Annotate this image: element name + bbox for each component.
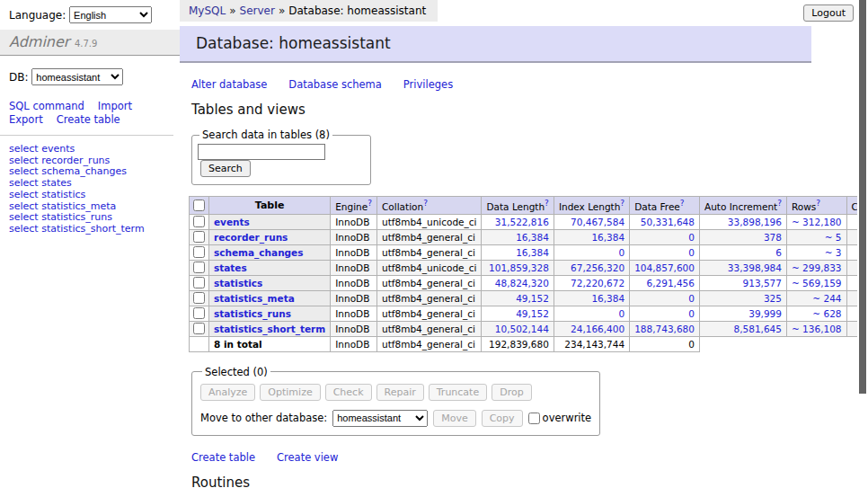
data_free-value[interactable]: 0 [688, 308, 695, 319]
select-link-schema_changes[interactable]: select [9, 165, 39, 177]
row-checkbox-events[interactable] [193, 216, 205, 227]
sidebar-link-import[interactable]: Import [98, 100, 132, 112]
index_length-value[interactable]: 16,384 [591, 293, 624, 304]
index_length-value[interactable]: 0 [618, 308, 624, 319]
table-link-recorder_runs[interactable]: recorder_runs [41, 155, 110, 166]
data_length-value[interactable]: 16,384 [516, 247, 549, 258]
select-link-statistics_runs[interactable]: select [9, 211, 39, 223]
select-link-statistics_short_term[interactable]: select [9, 223, 39, 235]
table-link-statistics[interactable]: statistics [41, 189, 85, 200]
rows-value[interactable]: ~ 628 [812, 308, 841, 319]
data_free-value[interactable]: 0 [688, 293, 695, 304]
help-link-auto_increment[interactable]: ? [777, 199, 782, 208]
auto_increment-value[interactable]: 39,999 [748, 308, 782, 319]
auto_increment-value[interactable]: 33,398,984 [728, 262, 782, 273]
language-select[interactable]: English [69, 6, 152, 23]
overwrite-checkbox[interactable] [528, 413, 540, 424]
auto_increment-value[interactable]: 8,581,645 [734, 324, 782, 334]
index_length-value[interactable]: 24,166,400 [571, 324, 624, 334]
action-database-schema[interactable]: Database schema [288, 78, 381, 91]
table-name-link-statistics_runs[interactable]: statistics_runs [214, 308, 291, 319]
help-link-data_length[interactable]: ? [545, 199, 549, 208]
data_length-value[interactable]: 49,152 [516, 308, 549, 319]
data_length-value[interactable]: 16,384 [516, 232, 549, 243]
breadcrumb-driver-link[interactable]: MySQL [189, 4, 226, 17]
copy-button[interactable]: Copy [482, 410, 523, 427]
breadcrumb-server-link[interactable]: Server [240, 4, 275, 17]
select-link-states[interactable]: select [9, 177, 39, 189]
row-checkbox-schema_changes[interactable] [193, 246, 205, 258]
help-link-data_free[interactable]: ? [680, 199, 685, 208]
select-all-checkbox[interactable] [193, 200, 205, 211]
sidebar-link-sql-command[interactable]: SQL command [9, 100, 84, 112]
row-checkbox-statistics_short_term[interactable] [193, 323, 205, 334]
data_free-value[interactable]: 50,331,648 [641, 217, 695, 227]
table-name-link-events[interactable]: events [214, 217, 250, 227]
table-link-statistics_meta[interactable]: statistics_meta [41, 200, 116, 212]
action-create-table[interactable]: Create table [191, 451, 255, 464]
index_length-value[interactable]: 70,467,584 [571, 217, 624, 227]
rows-value[interactable]: ~ 5 [825, 232, 842, 243]
rows-value[interactable]: ~ 244 [812, 293, 841, 304]
row-checkbox-recorder_runs[interactable] [193, 231, 205, 243]
move-button[interactable]: Move [433, 410, 476, 427]
auto_increment-value[interactable]: 378 [764, 232, 782, 243]
select-link-statistics_meta[interactable]: select [9, 200, 39, 212]
table-name-link-recorder_runs[interactable]: recorder_runs [214, 232, 288, 243]
table-name-link-statistics[interactable]: statistics [214, 278, 262, 288]
select-link-recorder_runs[interactable]: select [9, 155, 39, 166]
check-button[interactable]: Check [325, 384, 372, 401]
data_free-value[interactable]: 188,743,680 [634, 324, 695, 334]
repair-button[interactable]: Repair [376, 384, 424, 401]
sidebar-link-export[interactable]: Export [9, 113, 43, 126]
scrollbar-track[interactable] [857, 0, 868, 488]
data_length-value[interactable]: 49,152 [516, 293, 549, 304]
auto_increment-value[interactable]: 33,898,196 [728, 217, 782, 227]
help-link-engine[interactable]: ? [368, 199, 372, 208]
row-checkbox-statistics_runs[interactable] [193, 307, 205, 319]
select-link-statistics[interactable]: select [9, 189, 39, 200]
search-input[interactable] [198, 144, 325, 160]
optimize-button[interactable]: Optimize [260, 384, 320, 401]
rows-value[interactable]: ~ 136,108 [792, 324, 842, 334]
rows-value[interactable]: ~ 569,159 [792, 278, 842, 288]
data_length-value[interactable]: 10,502,144 [495, 324, 549, 334]
action-privileges[interactable]: Privileges [403, 78, 453, 91]
data_length-value[interactable]: 101,859,328 [489, 262, 549, 273]
index_length-value[interactable]: 67,256,320 [571, 262, 624, 273]
data_length-value[interactable]: 31,522,816 [495, 217, 549, 227]
data_free-value[interactable]: 0 [688, 232, 695, 243]
truncate-button[interactable]: Truncate [429, 384, 487, 401]
action-create-view[interactable]: Create view [277, 451, 338, 464]
help-link-index_length[interactable]: ? [620, 199, 624, 208]
auto_increment-value[interactable]: 6 [775, 247, 782, 258]
table-name-link-statistics_meta[interactable]: statistics_meta [214, 293, 295, 304]
index_length-value[interactable]: 0 [618, 247, 624, 258]
move-db-select[interactable]: homeassistant [332, 410, 428, 427]
table-name-link-schema_changes[interactable]: schema_changes [214, 247, 304, 258]
data_length-value[interactable]: 48,824,320 [495, 278, 549, 288]
table-link-statistics_runs[interactable]: statistics_runs [41, 211, 112, 223]
data_free-value[interactable]: 0 [688, 247, 695, 258]
index_length-value[interactable]: 72,220,672 [571, 278, 624, 288]
index_length-value[interactable]: 16,384 [591, 232, 624, 243]
sidebar-link-create-table[interactable]: Create table [57, 113, 120, 126]
rows-value[interactable]: ~ 299,833 [792, 262, 842, 273]
row-checkbox-statistics[interactable] [193, 277, 205, 288]
app-version[interactable]: 4.7.9 [75, 39, 97, 49]
auto_increment-value[interactable]: 325 [764, 293, 782, 304]
table-link-schema_changes[interactable]: schema_changes [41, 165, 127, 177]
action-alter-database[interactable]: Alter database [191, 78, 267, 91]
auto_increment-value[interactable]: 913,577 [743, 278, 782, 288]
row-checkbox-statistics_meta[interactable] [193, 292, 205, 304]
data_free-value[interactable]: 6,291,456 [647, 278, 695, 288]
rows-value[interactable]: ~ 3 [825, 247, 842, 258]
row-checkbox-states[interactable] [193, 262, 205, 273]
analyze-button[interactable]: Analyze [200, 384, 255, 401]
table-name-link-states[interactable]: states [214, 262, 247, 273]
table-link-events[interactable]: events [41, 143, 75, 155]
data_free-value[interactable]: 104,857,600 [634, 262, 695, 273]
logout-button[interactable]: Logout [803, 4, 854, 22]
table-link-statistics_short_term[interactable]: statistics_short_term [41, 223, 144, 235]
scrollbar-thumb[interactable] [859, 0, 866, 394]
